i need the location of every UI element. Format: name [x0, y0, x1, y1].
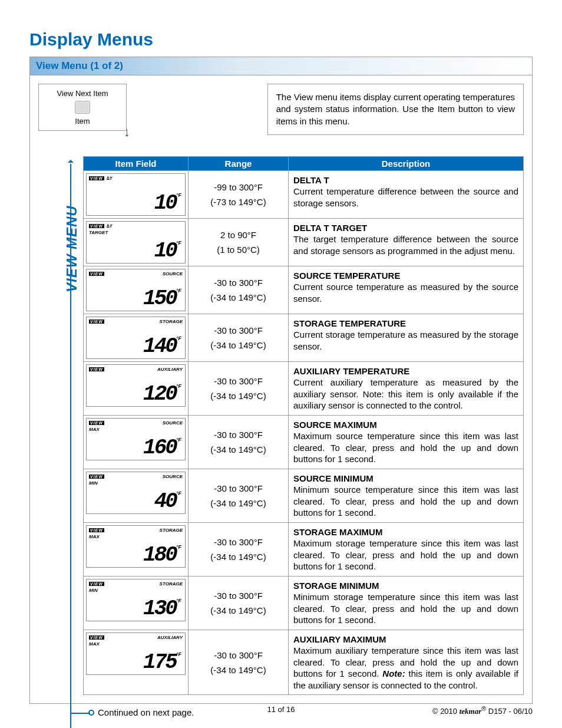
desc-title: SOURCE MINIMUM [293, 473, 518, 485]
lcd-view-tag: VIEW [89, 176, 104, 180]
desc-body: Maximum storage temperature since this i… [293, 538, 518, 571]
table-row: VIEW∆T10°F-99 to 300°F(-73 to 149°C)DELT… [84, 171, 523, 219]
range-c: (-34 to 149°C) [210, 552, 266, 562]
lcd-display: VIEWAUXILIARY120°F [86, 364, 186, 407]
item-field-cell: VIEW∆T10°F [84, 171, 189, 218]
view-next-label-bottom: Item [42, 117, 123, 126]
lcd-top-label: AUXILIARY [157, 367, 183, 372]
table-row: VIEWSTORAGEMAX180°F-30 to 300°F(-34 to 1… [84, 523, 523, 577]
lcd-view-tag: VIEW [89, 319, 104, 324]
lcd-sub-label: MIN [89, 588, 183, 593]
view-next-label-top: View Next Item [42, 89, 123, 98]
range-c: (1 to 50°C) [217, 245, 260, 255]
item-field-cell: VIEWSTORAGEMAX180°F [84, 523, 189, 576]
range-c: (-34 to 149°C) [210, 391, 266, 401]
range-cell: -30 to 300°F(-34 to 149°C) [189, 266, 289, 314]
footer-page-number: 11 of 16 [267, 705, 295, 714]
desc-body: Current auxiliary temperature as measure… [293, 377, 518, 410]
lcd-sub-label: MAX [89, 534, 183, 539]
table-row: VIEW∆TTARGET10°F2 to 90°F(1 to 50°C)DELT… [84, 219, 523, 266]
desc-note-label: Note: [382, 668, 405, 678]
lcd-display: VIEWSOURCEMAX160°F [86, 418, 186, 460]
side-label-view-menu: VIEW MENU [64, 205, 80, 292]
arrow-down-icon: ↓ [124, 126, 130, 139]
item-field-cell: VIEWSTORAGEMIN130°F [84, 577, 189, 630]
lcd-view-tag: VIEW [89, 635, 104, 640]
range-c: (-34 to 149°C) [210, 665, 266, 675]
page-footer: 11 of 16 © 2010 tekmar® D157 - 06/10 [29, 705, 533, 716]
lcd-top-label: SOURCE [163, 420, 183, 426]
desc-body: Maximum source temperature since this it… [293, 431, 518, 464]
lcd-value: 180°F [143, 545, 181, 566]
range-cell: -30 to 300°F(-34 to 149°C) [189, 630, 289, 695]
desc-title: DELTA T [293, 174, 518, 186]
range-c: (-34 to 149°C) [210, 292, 266, 302]
lcd-value: 10°F [154, 193, 181, 214]
desc-body: Minimum source temperature since this it… [293, 485, 518, 518]
lcd-sub-label: MAX [89, 641, 183, 647]
table-row: VIEWAUXILIARY120°F-30 to 300°F(-34 to 14… [84, 362, 523, 416]
range-cell: -30 to 300°F(-34 to 149°C) [189, 469, 289, 522]
lcd-sub-label: TARGET [89, 230, 183, 235]
range-f: -30 to 300°F [214, 591, 263, 601]
description-cell: SOURCE TEMPERATURECurrent source tempera… [289, 266, 523, 314]
desc-body: Current temperature difference between t… [293, 186, 518, 208]
lcd-view-tag: VIEW [89, 475, 104, 479]
range-f: -30 to 300°F [214, 430, 263, 440]
item-field-cell: VIEWSTORAGE140°F [84, 314, 189, 361]
range-f: -30 to 300°F [214, 650, 263, 660]
section-header: View Menu (1 of 2) [29, 57, 533, 75]
description-cell: STORAGE TEMPERATURECurrent storage tempe… [289, 314, 523, 361]
item-field-cell: VIEW∆TTARGET10°F [84, 219, 189, 266]
lcd-view-tag: VIEW [89, 582, 104, 586]
range-cell: -99 to 300°F(-73 to 149°C) [189, 171, 289, 218]
lcd-value: 10°F [154, 241, 181, 262]
table-row: VIEWAUXILIARYMAX175°F-30 to 300°F(-34 to… [84, 630, 523, 696]
desc-body: Current storage temperature as measured … [293, 330, 518, 351]
lcd-top-label: AUXILIARY [157, 635, 183, 640]
description-cell: STORAGE MAXIMUMMaximum storage temperatu… [289, 523, 523, 576]
header-item-field: Item Field [84, 157, 189, 170]
lcd-view-tag: VIEW [89, 528, 104, 532]
lcd-value: 120°F [143, 384, 181, 405]
desc-body: Minimum storage temperature since this i… [293, 592, 518, 625]
table-row: VIEWSOURCE150°F-30 to 300°F(-34 to 149°C… [84, 266, 523, 314]
desc-body: The target temperature difference betwee… [293, 234, 518, 256]
item-field-cell: VIEWAUXILIARY120°F [84, 362, 189, 415]
lcd-value: 160°F [143, 437, 181, 459]
description-cell: SOURCE MAXIMUMMaximum source temperature… [289, 416, 523, 469]
description-cell: SOURCE MINIMUMMinimum source temperature… [289, 469, 523, 522]
range-c: (-34 to 149°C) [210, 498, 266, 508]
section-body: View Next Item Item The View menu items … [29, 75, 533, 704]
range-c: (-73 to 149°C) [210, 197, 266, 207]
item-button-icon[interactable] [75, 101, 90, 114]
lcd-display: VIEWSOURCE150°F [86, 269, 186, 311]
item-field-cell: VIEWSOURCEMAX160°F [84, 416, 189, 469]
table-row: VIEWSOURCEMIN40°F-30 to 300°F(-34 to 149… [84, 469, 523, 523]
lcd-top-label: STORAGE [160, 319, 183, 324]
desc-title: SOURCE MAXIMUM [293, 419, 518, 431]
lcd-display: VIEWSOURCEMIN40°F [86, 472, 186, 514]
range-c: (-34 to 149°C) [210, 444, 266, 454]
view-next-item-box: View Next Item Item [38, 84, 127, 131]
page-title: Display Menus [29, 29, 533, 50]
range-cell: -30 to 300°F(-34 to 149°C) [189, 362, 289, 415]
description-cell: DELTA TCurrent temperature difference be… [289, 171, 523, 218]
table-header-row: Item Field Range Description [84, 157, 523, 171]
desc-title: STORAGE MINIMUM [293, 580, 518, 592]
lcd-view-tag: VIEW [89, 367, 104, 371]
lcd-top-label: STORAGE [160, 581, 183, 587]
header-description: Description [289, 157, 523, 170]
view-menu-table: VIEW MENU Item Field Range Description V… [83, 156, 524, 696]
desc-title: STORAGE MAXIMUM [293, 526, 518, 538]
lcd-sub-label: MAX [89, 427, 183, 432]
description-cell: STORAGE MINIMUMMinimum storage temperatu… [289, 577, 523, 630]
lcd-top-label: STORAGE [160, 528, 183, 533]
range-f: -30 to 300°F [214, 278, 263, 288]
lcd-display: VIEW∆TTARGET10°F [86, 221, 186, 263]
description-cell: AUXILIARY TEMPERATURECurrent auxiliary t… [289, 362, 523, 415]
desc-title: SOURCE TEMPERATURE [293, 270, 518, 282]
table-row: VIEWSTORAGEMIN130°F-30 to 300°F(-34 to 1… [84, 577, 523, 630]
range-f: 2 to 90°F [220, 230, 256, 240]
lcd-top-label: SOURCE [163, 271, 183, 276]
